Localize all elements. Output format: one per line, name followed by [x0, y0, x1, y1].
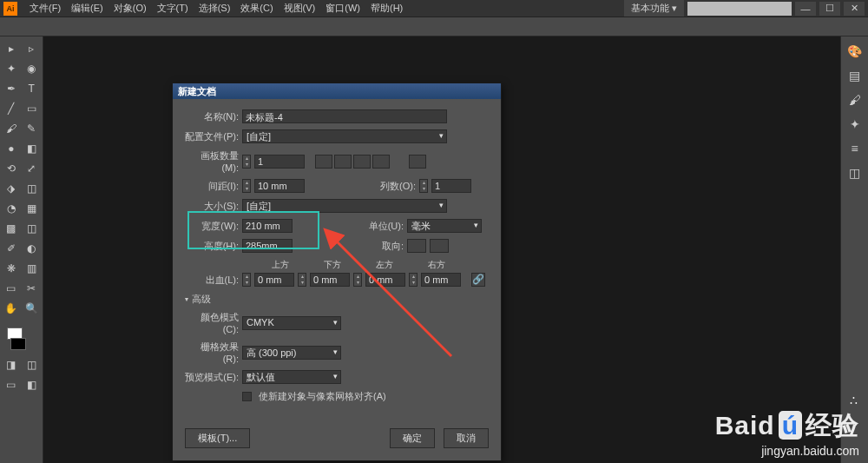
pen-tool[interactable]: ✒ [2, 80, 21, 97]
orientation-landscape[interactable] [430, 239, 449, 253]
symbols-panel-icon[interactable]: ✦ [845, 115, 865, 134]
window-maximize[interactable]: ☐ [819, 2, 840, 16]
zoom-tool[interactable]: 🔍 [23, 300, 42, 317]
bleed-link-icon[interactable]: 🔗 [471, 273, 485, 287]
bleed-bottom-input[interactable]: 0 mm [310, 273, 350, 287]
menu-type[interactable]: 文字(T) [152, 2, 194, 15]
line-tool[interactable]: ╱ [2, 100, 21, 117]
perspective-tool[interactable]: ▦ [23, 200, 42, 217]
workspace-selector[interactable]: 基本功能 ▾ [624, 0, 684, 17]
grid-by-row-icon[interactable] [315, 155, 332, 169]
width-tool[interactable]: ⬗ [2, 180, 21, 197]
template-button[interactable]: 模板(T)... [185, 428, 250, 448]
raster-select[interactable]: 高 (300 ppi) [242, 346, 341, 360]
scale-tool[interactable]: ⤢ [23, 160, 42, 177]
profile-select[interactable]: [自定] [242, 129, 447, 143]
artboard-tool[interactable]: ▭ [2, 280, 21, 297]
grid-by-col-icon[interactable] [334, 155, 352, 169]
menu-file[interactable]: 文件(F) [24, 2, 66, 15]
mesh-tool[interactable]: ▩ [2, 220, 21, 237]
profile-label: 配置文件(P): [185, 130, 239, 143]
advanced-section[interactable]: ▾ 高级 [185, 293, 489, 306]
columns-input[interactable]: 1 [431, 179, 471, 193]
artboards-spinner[interactable]: ▴▾ [242, 155, 251, 169]
preview-label: 预览模式(E): [185, 371, 239, 384]
bleed-left-input[interactable]: 0 mm [365, 273, 405, 287]
spacing-spinner[interactable]: ▴▾ [242, 179, 251, 193]
columns-spinner[interactable]: ▴▾ [419, 179, 428, 193]
draw-mode-icon[interactable]: ◧ [23, 376, 42, 394]
bleed-top-spinner[interactable]: ▴▾ [242, 273, 251, 287]
selection-tool[interactable]: ▸ [2, 40, 21, 57]
spacing-label: 间距(I): [185, 180, 239, 193]
gradient-mode-icon[interactable]: ◫ [23, 356, 42, 374]
window-minimize[interactable]: — [795, 2, 816, 16]
brushes-panel-icon[interactable]: 🖌 [845, 90, 865, 109]
control-bar [0, 17, 868, 36]
window-close[interactable]: ✕ [844, 2, 865, 16]
color-mode-icon[interactable]: ◨ [2, 356, 21, 374]
screen-mode-icon[interactable]: ▭ [2, 376, 21, 394]
watermark: ∴ Baidú经验 jingyan.baidu.com [715, 393, 859, 458]
magic-wand-tool[interactable]: ✦ [2, 60, 21, 77]
menu-select[interactable]: 选择(S) [194, 2, 236, 15]
color-panel-icon[interactable]: 🎨 [845, 42, 865, 61]
paintbrush-tool[interactable]: 🖌 [2, 120, 21, 137]
rectangle-tool[interactable]: ▭ [23, 100, 42, 117]
height-input[interactable]: 285mm [242, 239, 293, 253]
menu-view[interactable]: 视图(V) [279, 2, 321, 15]
bleed-right-input[interactable]: 0 mm [421, 273, 461, 287]
width-input[interactable]: 210 mm [242, 219, 293, 233]
free-transform-tool[interactable]: ◫ [23, 180, 42, 197]
row-rl-icon[interactable] [372, 155, 390, 169]
slice-tool[interactable]: ✂ [23, 280, 42, 297]
shape-builder-tool[interactable]: ◔ [2, 200, 21, 217]
swatches-panel-icon[interactable]: ▤ [845, 66, 865, 85]
type-tool[interactable]: T [23, 80, 42, 97]
eyedropper-tool[interactable]: ✐ [2, 240, 21, 257]
size-label: 大小(S): [185, 200, 239, 213]
eraser-tool[interactable]: ◧ [23, 140, 42, 157]
bleed-right-spinner[interactable]: ▴▾ [409, 273, 418, 287]
search-input[interactable] [687, 2, 792, 16]
bleed-bottom-spinner[interactable]: ▴▾ [298, 273, 306, 287]
direct-selection-tool[interactable]: ▹ [23, 40, 42, 57]
gradient-tool[interactable]: ◫ [23, 220, 42, 237]
symbol-sprayer-tool[interactable]: ❋ [2, 260, 21, 277]
bleed-right-label: 右方 [412, 259, 461, 271]
graph-tool[interactable]: ▥ [23, 260, 42, 277]
align-pixel-checkbox[interactable] [242, 392, 252, 401]
name-input[interactable]: 未标题-4 [242, 109, 447, 123]
menu-effect[interactable]: 效果(C) [235, 2, 278, 15]
stroke-panel-icon[interactable]: ≡ [845, 139, 865, 158]
row-lr-icon[interactable] [353, 155, 371, 169]
width-label: 宽度(W): [185, 220, 239, 233]
cancel-button[interactable]: 取消 [444, 428, 489, 448]
size-select[interactable]: [自定] [242, 199, 447, 213]
blob-brush-tool[interactable]: ● [2, 140, 21, 157]
blend-tool[interactable]: ◐ [23, 240, 42, 257]
menu-edit[interactable]: 编辑(E) [66, 2, 108, 15]
colormode-label: 颜色模式(C): [185, 311, 239, 334]
rotate-tool[interactable]: ⟲ [2, 160, 21, 177]
artboards-input[interactable]: 1 [254, 155, 305, 169]
ok-button[interactable]: 确定 [390, 428, 435, 448]
preview-select[interactable]: 默认值 [242, 370, 341, 384]
bleed-top-input[interactable]: 0 mm [254, 273, 294, 287]
hand-tool[interactable]: ✋ [2, 300, 21, 317]
colormode-select[interactable]: CMYK [242, 316, 341, 330]
app-logo: Ai [3, 2, 17, 16]
units-select[interactable]: 毫米 [407, 219, 482, 233]
pencil-tool[interactable]: ✎ [23, 120, 42, 137]
spacing-input[interactable]: 10 mm [254, 179, 305, 193]
stroke-color[interactable] [10, 338, 26, 350]
bleed-left-spinner[interactable]: ▴▾ [353, 273, 362, 287]
menu-object[interactable]: 对象(O) [108, 2, 152, 15]
orientation-portrait[interactable] [407, 239, 426, 253]
arrange-icon[interactable] [409, 155, 426, 169]
lasso-tool[interactable]: ◉ [23, 60, 42, 77]
layers-panel-icon[interactable]: ◫ [845, 163, 865, 182]
menu-help[interactable]: 帮助(H) [365, 2, 408, 15]
menu-window[interactable]: 窗口(W) [320, 2, 365, 15]
columns-label: 列数(O): [372, 180, 416, 193]
